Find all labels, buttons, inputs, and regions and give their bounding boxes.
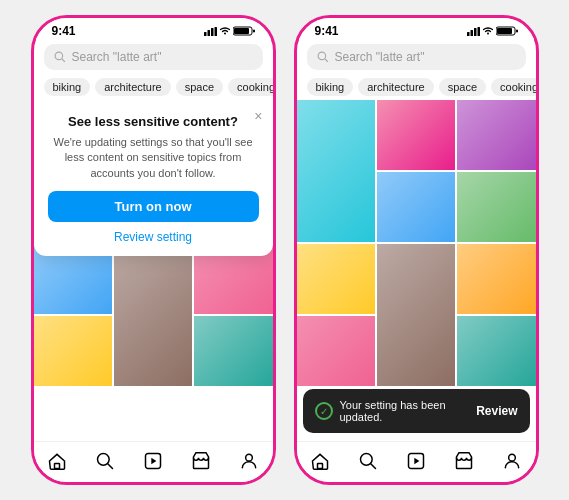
overlay-card: × See less sensitive content? We're upda… [34,100,273,256]
status-bar-left: 9:41 [34,18,273,40]
nav-profile-right[interactable] [501,450,523,472]
search-bar-right[interactable]: Search "latte art" [307,44,526,70]
tag-biking-right[interactable]: biking [307,78,354,96]
battery-icon-right [496,26,518,36]
overlay-title: See less sensitive content? [48,114,259,129]
svg-line-23 [324,59,327,62]
reels-icon-right [406,451,426,471]
nav-search-left[interactable] [94,450,116,472]
svg-rect-17 [474,28,477,36]
wifi-icon-right [483,27,493,35]
svg-rect-9 [55,464,60,469]
photo-grid-right [297,100,536,388]
tag-cooking-left[interactable]: cooking [228,78,272,96]
nav-home-left[interactable] [46,450,68,472]
tag-biking-left[interactable]: biking [44,78,91,96]
toast-notification: Your setting has been updated. Review [303,389,530,433]
nav-profile-left[interactable] [238,450,260,472]
svg-rect-2 [211,28,214,36]
photo-cell[interactable] [377,244,455,386]
search-placeholder-right: Search "latte art" [335,50,425,64]
search-icon-left [54,51,66,63]
tags-row-left: biking architecture space cooking fash [34,74,273,100]
toast-left: Your setting has been updated. [315,399,477,423]
photo-cell[interactable] [297,100,375,242]
svg-rect-18 [477,27,480,36]
svg-rect-24 [318,464,323,469]
search-placeholder-left: Search "latte art" [72,50,162,64]
phone-content-right: Your setting has been updated. Review [297,100,536,441]
svg-rect-20 [497,28,512,34]
signal-icon-left [204,27,217,36]
svg-line-11 [108,464,113,469]
tags-row-right: biking architecture space cooking fash [297,74,536,100]
photo-cell[interactable] [457,316,535,386]
nav-reels-left[interactable] [142,450,164,472]
nav-shop-right[interactable] [453,450,475,472]
photo-cell[interactable] [457,100,535,170]
home-icon [47,451,67,471]
photo-cell[interactable] [457,244,535,314]
time-right: 9:41 [315,24,339,38]
review-setting-link[interactable]: Review setting [48,230,259,244]
search-icon-nav [95,451,115,471]
status-icons-left [204,26,255,36]
overlay-description: We're updating settings so that you'll s… [48,135,259,181]
svg-rect-6 [253,30,255,33]
wifi-icon-left [220,27,230,35]
reels-icon [143,451,163,471]
photo-cell[interactable] [457,172,535,242]
toast-review-button[interactable]: Review [476,404,517,418]
profile-icon-right [502,451,522,471]
search-icon-right [317,51,329,63]
bottom-nav-left [34,441,273,482]
phone-right: 9:41 [294,15,539,485]
svg-rect-21 [516,30,518,33]
photo-cell[interactable] [297,316,375,386]
svg-point-29 [508,454,515,461]
home-icon-right [310,451,330,471]
tag-space-left[interactable]: space [176,78,223,96]
photo-cell[interactable] [297,244,375,314]
svg-point-14 [245,454,252,461]
tag-cooking-right[interactable]: cooking [491,78,535,96]
photo-cell[interactable] [377,172,455,242]
photo-cell[interactable] [34,316,112,386]
nav-search-right[interactable] [357,450,379,472]
nav-reels-right[interactable] [405,450,427,472]
status-bar-right: 9:41 [297,18,536,40]
svg-rect-5 [234,28,249,34]
time-left: 9:41 [52,24,76,38]
photo-cell[interactable] [114,244,192,386]
signal-icon-right [467,27,480,36]
svg-rect-15 [467,32,470,36]
nav-home-right[interactable] [309,450,331,472]
profile-icon [239,451,259,471]
tag-space-right[interactable]: space [439,78,486,96]
tag-architecture-right[interactable]: architecture [358,78,433,96]
shop-icon-right [454,451,474,471]
bottom-nav-right [297,441,536,482]
shop-icon [191,451,211,471]
svg-rect-1 [207,30,210,36]
overlay-close-button[interactable]: × [254,108,262,124]
nav-shop-left[interactable] [190,450,212,472]
tag-architecture-left[interactable]: architecture [95,78,170,96]
svg-line-8 [61,59,64,62]
battery-icon-left [233,26,255,36]
phones-container: 9:41 [31,15,539,485]
turn-on-now-button[interactable]: Turn on now [48,191,259,222]
toast-message: Your setting has been updated. [340,399,477,423]
svg-line-26 [371,464,376,469]
svg-rect-3 [214,27,217,36]
svg-rect-16 [470,30,473,36]
photo-cell[interactable] [377,100,455,170]
phone-content-left: × See less sensitive content? We're upda… [34,100,273,441]
search-bar-left[interactable]: Search "latte art" [44,44,263,70]
search-icon-nav-right [358,451,378,471]
svg-marker-28 [414,458,419,465]
phone-left: 9:41 [31,15,276,485]
svg-rect-0 [204,32,207,36]
photo-cell[interactable] [194,316,272,386]
toast-check-icon [315,402,333,420]
